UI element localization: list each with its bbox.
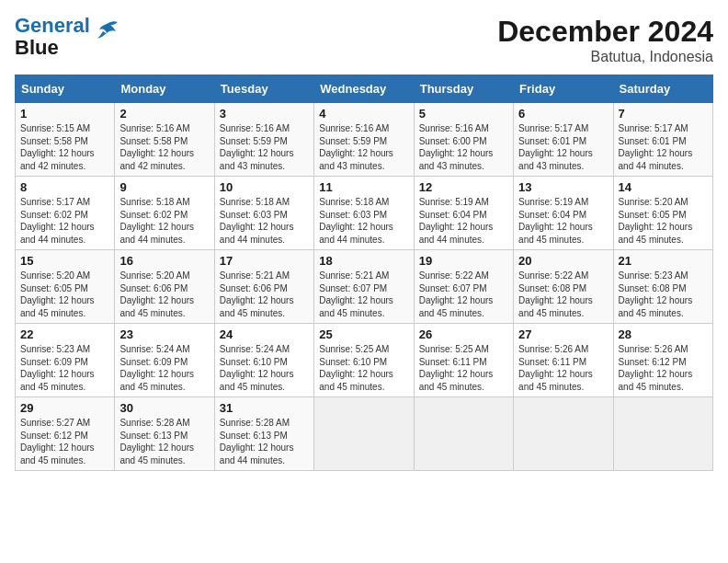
day-number: 21	[619, 254, 708, 268]
day-info: Sunrise: 5:21 AMSunset: 6:06 PMDaylight:…	[220, 270, 309, 319]
table-row: 17Sunrise: 5:21 AMSunset: 6:06 PMDayligh…	[214, 250, 313, 324]
col-wednesday: Wednesday	[314, 75, 414, 103]
day-number: 19	[419, 254, 508, 268]
table-row: 28Sunrise: 5:26 AMSunset: 6:12 PMDayligh…	[613, 324, 712, 397]
day-info: Sunrise: 5:16 AMSunset: 6:00 PMDaylight:…	[419, 122, 508, 172]
day-number: 20	[518, 254, 608, 268]
day-number: 3	[220, 107, 309, 121]
col-friday: Friday	[514, 75, 613, 103]
day-info: Sunrise: 5:26 AMSunset: 6:11 PMDaylight:…	[518, 343, 608, 393]
table-row: 21Sunrise: 5:23 AMSunset: 6:08 PMDayligh…	[613, 250, 712, 324]
day-info: Sunrise: 5:15 AMSunset: 5:58 PMDaylight:…	[20, 122, 109, 172]
day-info: Sunrise: 5:16 AMSunset: 5:59 PMDaylight:…	[319, 122, 408, 172]
table-row: 23Sunrise: 5:24 AMSunset: 6:09 PMDayligh…	[115, 324, 214, 397]
table-row: 15Sunrise: 5:20 AMSunset: 6:05 PMDayligh…	[16, 250, 115, 324]
calendar-week-row: 29Sunrise: 5:27 AMSunset: 6:12 PMDayligh…	[16, 397, 713, 471]
day-info: Sunrise: 5:28 AMSunset: 6:13 PMDaylight:…	[119, 417, 209, 466]
table-row: 5Sunrise: 5:16 AMSunset: 6:00 PMDaylight…	[414, 103, 513, 177]
table-row: 27Sunrise: 5:26 AMSunset: 6:11 PMDayligh…	[514, 324, 613, 397]
logo: General Blue	[15, 15, 119, 59]
day-info: Sunrise: 5:26 AMSunset: 6:12 PMDaylight:…	[619, 343, 708, 393]
day-info: Sunrise: 5:22 AMSunset: 6:08 PMDaylight:…	[518, 270, 608, 319]
day-info: Sunrise: 5:18 AMSunset: 6:02 PMDaylight:…	[119, 196, 209, 246]
table-row: 13Sunrise: 5:19 AMSunset: 6:04 PMDayligh…	[514, 177, 613, 250]
col-monday: Monday	[115, 75, 214, 103]
table-row: 7Sunrise: 5:17 AMSunset: 6:01 PMDaylight…	[613, 103, 712, 177]
day-info: Sunrise: 5:24 AMSunset: 6:10 PMDaylight:…	[220, 343, 309, 393]
table-row: 6Sunrise: 5:17 AMSunset: 6:01 PMDaylight…	[514, 103, 613, 177]
day-info: Sunrise: 5:28 AMSunset: 6:13 PMDaylight:…	[220, 417, 309, 466]
table-row: 9Sunrise: 5:18 AMSunset: 6:02 PMDaylight…	[115, 177, 214, 250]
day-info: Sunrise: 5:23 AMSunset: 6:09 PMDaylight:…	[20, 343, 109, 393]
table-row: 26Sunrise: 5:25 AMSunset: 6:11 PMDayligh…	[414, 324, 513, 397]
col-saturday: Saturday	[613, 75, 712, 103]
day-number: 24	[220, 327, 309, 341]
col-tuesday: Tuesday	[214, 75, 313, 103]
table-row: 20Sunrise: 5:22 AMSunset: 6:08 PMDayligh…	[514, 250, 613, 324]
day-number: 1	[20, 107, 109, 121]
table-row: 11Sunrise: 5:18 AMSunset: 6:03 PMDayligh…	[314, 177, 414, 250]
page-header: General Blue December 2024 Batutua, Indo…	[15, 15, 713, 65]
logo-general: General	[15, 14, 90, 37]
day-number: 5	[419, 107, 508, 121]
day-info: Sunrise: 5:17 AMSunset: 6:01 PMDaylight:…	[619, 122, 708, 172]
table-row: 19Sunrise: 5:22 AMSunset: 6:07 PMDayligh…	[414, 250, 513, 324]
calendar-week-row: 15Sunrise: 5:20 AMSunset: 6:05 PMDayligh…	[16, 250, 713, 324]
day-number: 9	[119, 180, 209, 194]
day-info: Sunrise: 5:20 AMSunset: 6:05 PMDaylight:…	[20, 270, 109, 319]
day-info: Sunrise: 5:17 AMSunset: 6:02 PMDaylight:…	[20, 196, 109, 246]
table-row: 1Sunrise: 5:15 AMSunset: 5:58 PMDaylight…	[16, 103, 115, 177]
table-row: 25Sunrise: 5:25 AMSunset: 6:10 PMDayligh…	[314, 324, 414, 397]
day-number: 25	[319, 327, 408, 341]
day-info: Sunrise: 5:20 AMSunset: 6:05 PMDaylight:…	[619, 196, 708, 246]
day-number: 12	[419, 180, 508, 194]
table-row: 29Sunrise: 5:27 AMSunset: 6:12 PMDayligh…	[16, 397, 115, 471]
day-number: 14	[619, 180, 708, 194]
day-info: Sunrise: 5:27 AMSunset: 6:12 PMDaylight:…	[20, 417, 109, 466]
day-number: 4	[319, 107, 408, 121]
day-number: 8	[20, 180, 109, 194]
day-info: Sunrise: 5:19 AMSunset: 6:04 PMDaylight:…	[518, 196, 608, 246]
table-row: 3Sunrise: 5:16 AMSunset: 5:59 PMDaylight…	[214, 103, 313, 177]
day-info: Sunrise: 5:20 AMSunset: 6:06 PMDaylight:…	[119, 270, 209, 319]
day-info: Sunrise: 5:17 AMSunset: 6:01 PMDaylight:…	[518, 122, 608, 172]
day-number: 23	[119, 327, 209, 341]
table-row	[314, 397, 414, 471]
day-number: 17	[220, 254, 309, 268]
day-number: 2	[119, 107, 209, 121]
day-number: 10	[220, 180, 309, 194]
table-row: 22Sunrise: 5:23 AMSunset: 6:09 PMDayligh…	[16, 324, 115, 397]
col-sunday: Sunday	[16, 75, 115, 103]
table-row: 2Sunrise: 5:16 AMSunset: 5:58 PMDaylight…	[115, 103, 214, 177]
day-info: Sunrise: 5:24 AMSunset: 6:09 PMDaylight:…	[119, 343, 209, 393]
table-row	[414, 397, 513, 471]
table-row: 31Sunrise: 5:28 AMSunset: 6:13 PMDayligh…	[214, 397, 313, 471]
day-number: 22	[20, 327, 109, 341]
day-number: 11	[319, 180, 408, 194]
header-row: Sunday Monday Tuesday Wednesday Thursday…	[16, 75, 713, 103]
location-subtitle: Batutua, Indonesia	[497, 49, 713, 65]
day-number: 7	[619, 107, 708, 121]
day-info: Sunrise: 5:16 AMSunset: 5:58 PMDaylight:…	[119, 122, 209, 172]
day-info: Sunrise: 5:25 AMSunset: 6:10 PMDaylight:…	[319, 343, 408, 393]
table-row: 10Sunrise: 5:18 AMSunset: 6:03 PMDayligh…	[214, 177, 313, 250]
table-row: 18Sunrise: 5:21 AMSunset: 6:07 PMDayligh…	[314, 250, 414, 324]
calendar-table: Sunday Monday Tuesday Wednesday Thursday…	[15, 75, 713, 471]
day-number: 16	[119, 254, 209, 268]
day-number: 29	[20, 401, 109, 415]
table-row: 16Sunrise: 5:20 AMSunset: 6:06 PMDayligh…	[115, 250, 214, 324]
day-number: 27	[518, 327, 608, 341]
table-row	[514, 397, 613, 471]
calendar-week-row: 1Sunrise: 5:15 AMSunset: 5:58 PMDaylight…	[16, 103, 713, 177]
day-info: Sunrise: 5:25 AMSunset: 6:11 PMDaylight:…	[419, 343, 508, 393]
day-number: 6	[518, 107, 608, 121]
table-row: 8Sunrise: 5:17 AMSunset: 6:02 PMDaylight…	[16, 177, 115, 250]
day-info: Sunrise: 5:16 AMSunset: 5:59 PMDaylight:…	[220, 122, 309, 172]
day-info: Sunrise: 5:21 AMSunset: 6:07 PMDaylight:…	[319, 270, 408, 319]
title-area: December 2024 Batutua, Indonesia	[497, 15, 713, 65]
day-info: Sunrise: 5:18 AMSunset: 6:03 PMDaylight:…	[319, 196, 408, 246]
logo-bird-icon	[94, 20, 119, 40]
table-row: 24Sunrise: 5:24 AMSunset: 6:10 PMDayligh…	[214, 324, 313, 397]
day-number: 30	[119, 401, 209, 415]
table-row: 30Sunrise: 5:28 AMSunset: 6:13 PMDayligh…	[115, 397, 214, 471]
